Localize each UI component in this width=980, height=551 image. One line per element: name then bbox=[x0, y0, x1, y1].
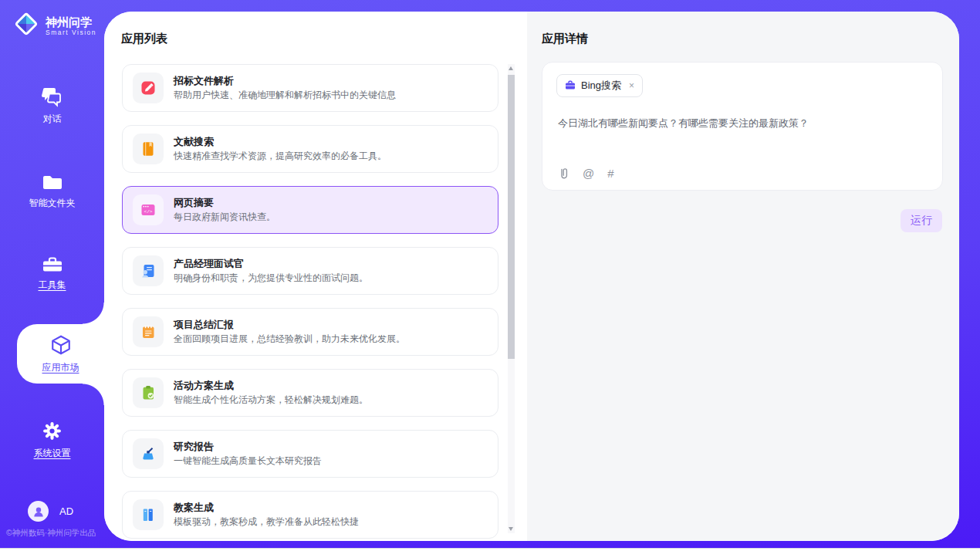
app-card-desc: 快速精准查找学术资源，提高研究效率的必备工具。 bbox=[174, 151, 387, 161]
user-row[interactable]: AD bbox=[28, 501, 73, 522]
logo-title: 神州问学 bbox=[46, 15, 96, 29]
lesson-plan-icon bbox=[133, 499, 164, 530]
sidebar-active-bubble: 应用市场 bbox=[17, 324, 104, 384]
app-detail-title: 应用详情 bbox=[542, 32, 588, 46]
chat-icon bbox=[42, 86, 63, 110]
sidebar-item-chat[interactable]: 对话 bbox=[0, 86, 104, 124]
web-summary-icon: </> bbox=[133, 194, 164, 225]
logo-subtitle: Smart Vision bbox=[46, 29, 96, 36]
research-report-icon bbox=[133, 438, 164, 469]
app-card-title: 招标文件解析 bbox=[174, 76, 396, 86]
input-toolbar: @ # bbox=[558, 167, 614, 180]
cube-icon bbox=[50, 334, 72, 359]
app-card-title: 项目总结汇报 bbox=[174, 319, 405, 330]
mention-icon[interactable]: @ bbox=[583, 167, 594, 180]
avatar bbox=[28, 501, 49, 522]
copyright-footer: ©神州数码·神州问学出品 bbox=[6, 528, 104, 539]
literature-search-icon bbox=[133, 134, 164, 164]
logo: 神州问学 Smart Vision bbox=[12, 10, 96, 41]
app-detail-panel: 应用详情 Bing搜索 × 今日湖北有哪些新闻要点？有哪些需要关注的最新政策？ bbox=[527, 12, 959, 541]
app-card-desc: 一键智能生成高质量长文本研究报告 bbox=[174, 456, 322, 466]
sidebar-item-settings[interactable]: 系统设置 bbox=[0, 421, 104, 458]
content-area: 应用列表 招标文件解析 帮助用户快速、准确地理解和解析招标书中的关键信息 bbox=[104, 12, 959, 541]
app-list-title: 应用列表 bbox=[121, 32, 167, 46]
briefcase-icon bbox=[565, 79, 576, 93]
logo-diamond-icon bbox=[12, 10, 40, 41]
app-card-literature-search[interactable]: 文献搜索 快速精准查找学术资源，提高研究效率的必备工具。 bbox=[122, 125, 498, 173]
app-card-list: 招标文件解析 帮助用户快速、准确地理解和解析招标书中的关键信息 文献搜索 bbox=[122, 64, 498, 541]
close-icon[interactable]: × bbox=[629, 80, 634, 91]
sidebar: 神州问学 Smart Vision 对话 智能文件夹 bbox=[0, 0, 104, 548]
app-card-project-summary[interactable]: 项目总结汇报 全面回顾项目进展，总结经验教训，助力未来优化发展。 bbox=[122, 308, 498, 356]
project-summary-icon bbox=[133, 316, 164, 347]
app-card-title: 文献搜索 bbox=[174, 137, 387, 147]
app-card-research-report[interactable]: 研究报告 一键智能生成高质量长文本研究报告 bbox=[122, 430, 498, 478]
sidebar-item-label: 智能文件夹 bbox=[29, 198, 76, 208]
app-card-desc: 帮助用户快速、准确地理解和解析招标书中的关键信息 bbox=[174, 90, 396, 100]
app-card-desc: 模板驱动，教案秒成，教学准备从此轻松快捷 bbox=[174, 517, 359, 527]
sidebar-item-label: 应用市场 bbox=[42, 363, 79, 373]
hash-icon[interactable]: # bbox=[607, 167, 613, 180]
svg-text:</>: </> bbox=[144, 209, 152, 215]
sidebar-item-label: 对话 bbox=[43, 114, 62, 124]
toolbox-icon bbox=[42, 255, 63, 276]
app-list-panel: 应用列表 招标文件解析 帮助用户快速、准确地理解和解析招标书中的关键信息 bbox=[104, 12, 527, 541]
run-button[interactable]: 运行 bbox=[901, 209, 942, 232]
sidebar-item-app-market[interactable]: 应用市场 bbox=[17, 334, 104, 373]
user-name: AD bbox=[59, 505, 73, 517]
app-card-desc: 每日政府新闻资讯快查。 bbox=[174, 212, 275, 222]
sidebar-item-label: 工具集 bbox=[39, 280, 66, 290]
scrollbar-thumb[interactable] bbox=[508, 75, 515, 359]
app-frame: 神州问学 Smart Vision 对话 智能文件夹 bbox=[0, 0, 980, 549]
attachment-icon[interactable] bbox=[558, 167, 569, 180]
app-card-title: 产品经理面试官 bbox=[174, 259, 368, 269]
query-input[interactable]: 今日湖北有哪些新闻要点？有哪些需要关注的最新政策？ bbox=[558, 117, 927, 130]
app-card-title: 活动方案生成 bbox=[174, 380, 368, 391]
app-card-title: 网页摘要 bbox=[174, 198, 275, 208]
folder-icon bbox=[42, 173, 63, 194]
app-card-desc: 明确身份和职责，为您提供专业性的面试问题。 bbox=[174, 273, 368, 283]
tool-tag-label: Bing搜索 bbox=[581, 79, 621, 93]
app-card-title: 教案生成 bbox=[174, 502, 359, 513]
prompt-card: Bing搜索 × 今日湖北有哪些新闻要点？有哪些需要关注的最新政策？ @ # bbox=[542, 62, 943, 191]
pm-interviewer-icon bbox=[133, 255, 164, 286]
app-card-lesson-plan[interactable]: 教案生成 模板驱动，教案秒成，教学准备从此轻松快捷 bbox=[122, 491, 498, 539]
event-plan-icon bbox=[133, 377, 164, 408]
app-card-tender-analysis[interactable]: 招标文件解析 帮助用户快速、准确地理解和解析招标书中的关键信息 bbox=[122, 64, 498, 112]
app-card-event-plan[interactable]: 活动方案生成 智能生成个性化活动方案，轻松解决规划难题。 bbox=[122, 369, 498, 417]
app-card-pm-interviewer[interactable]: 产品经理面试官 明确身份和职责，为您提供专业性的面试问题。 bbox=[122, 247, 498, 295]
sidebar-item-toolset[interactable]: 工具集 bbox=[0, 255, 104, 290]
app-card-desc: 全面回顾项目进展，总结经验教训，助力未来优化发展。 bbox=[174, 334, 405, 344]
gear-icon bbox=[42, 421, 63, 445]
tool-tag-bing-search[interactable]: Bing搜索 × bbox=[556, 74, 643, 97]
app-card-title: 研究报告 bbox=[174, 441, 322, 452]
app-card-web-summary[interactable]: </> 网页摘要 每日政府新闻资讯快查。 bbox=[122, 186, 498, 234]
tender-doc-icon bbox=[133, 73, 164, 103]
app-card-desc: 智能生成个性化活动方案，轻松解决规划难题。 bbox=[174, 395, 368, 405]
sidebar-item-smart-folder[interactable]: 智能文件夹 bbox=[0, 173, 104, 208]
list-scrollbar[interactable] bbox=[508, 64, 515, 533]
sidebar-item-label: 系统设置 bbox=[34, 448, 71, 458]
